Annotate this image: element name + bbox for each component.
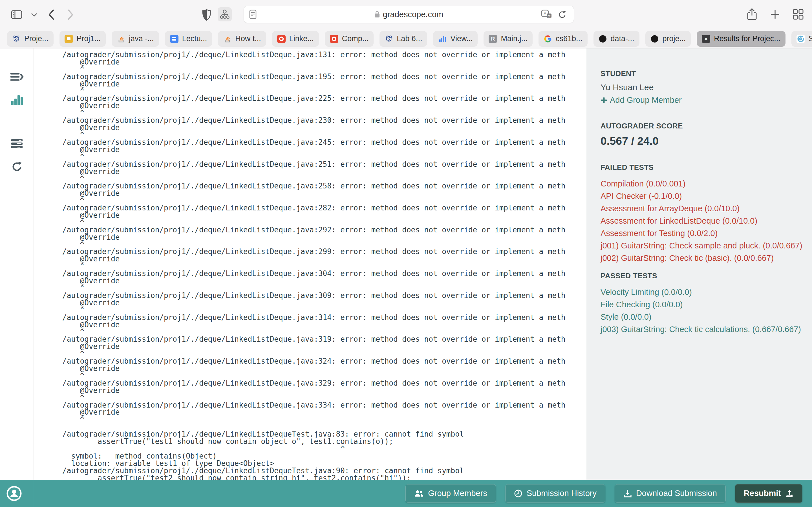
test-result-link[interactable]: API Checker (-0.1/0.0) [601,190,805,202]
test-result-link[interactable]: Style (0.0/0.0) [601,311,805,323]
user-avatar-icon[interactable] [6,486,22,501]
github-icon [651,35,659,43]
browser-tab[interactable]: cs61b... [539,31,588,47]
submission-history-button[interactable]: Submission History [505,484,605,503]
sidebar-item-results-summary[interactable] [0,95,34,107]
upload-icon [785,489,794,498]
browser-tab[interactable]: View... [433,31,477,47]
menu-expand-icon [10,72,24,83]
circle-red-icon [277,35,286,43]
test-result-link[interactable]: j001) GuitarString: Check sample and plu… [601,239,805,252]
chart-blue-icon [438,35,447,43]
sidebar-toggle-icon[interactable] [10,8,23,21]
google-icon [544,35,552,43]
tab-label: Comp... [342,34,369,43]
browser-tab[interactable]: Lectu... [165,31,212,47]
sidebar-item-submitted-files[interactable] [0,139,34,149]
share-icon[interactable] [746,7,758,21]
sidebar-item-regrade[interactable] [0,161,34,173]
tab-overview-icon[interactable] [792,7,805,21]
button-label: Group Members [428,489,487,498]
tab-label: Proje... [24,34,49,43]
gradescope-icon: × [702,35,710,43]
browser-tab[interactable]: java -... [112,31,159,47]
doc-blue-icon [170,35,179,43]
browser-tab[interactable]: Proje... [7,31,54,47]
site-settings-icon[interactable] [218,7,232,21]
test-result-link[interactable]: File Checking (0.0/0.0) [601,298,805,311]
autograder-console[interactable]: /autograder/submission/proj1/./deque/Lin… [34,48,566,480]
button-label: Submission History [527,489,597,498]
tab-label: Subm... [809,34,812,43]
address-bar[interactable]: gradescope.com A文 [244,6,574,23]
browser-tab[interactable]: Lab 6... [379,31,427,47]
svg-text:文: 文 [548,14,551,18]
screenshot-root: { "colors": { "footer_teal": "#47A09C", … [0,0,812,507]
test-result-link[interactable]: j002) GuitarString: Check tic (basic). (… [601,252,805,264]
browser-tab[interactable]: Proj1... [59,31,106,47]
tab-label: proje... [663,34,686,43]
button-label: Resubmit [744,489,781,498]
browser-tab[interactable]: Comp... [325,31,374,47]
tab-label: How t... [235,34,261,43]
tab-label: data-... [611,34,635,43]
svg-text:A: A [544,11,546,16]
chevron-down-icon[interactable] [30,11,38,18]
failed-tests-label: FAILED TESTS [601,163,804,172]
test-result-link[interactable]: Assessment for ArrayDeque (0.0/10.0) [601,202,805,215]
translate-icon[interactable]: A文 [541,10,552,20]
resubmit-button[interactable]: Resubmit [735,484,802,503]
add-group-member-link[interactable]: Add Group Member [601,96,804,105]
results-panel: STUDENT Yu Hsuan Lee Add Group Member AU… [587,48,812,480]
privacy-shield-icon[interactable] [201,8,213,21]
url-center: gradescope.com [244,6,574,23]
toolbar-divider [27,11,28,19]
download-submission-button[interactable]: Download Submission [615,484,726,503]
tab-label: Lab 6... [397,34,422,43]
active-browser-tab[interactable]: ×Results for Projec... [697,31,785,47]
tab-label: Main.j... [501,34,527,43]
tab-label: java -... [129,34,154,43]
button-label: Download Submission [636,489,717,498]
reload-icon[interactable] [557,10,567,20]
gradescope-page: /autograder/submission/proj1/./deque/Lin… [0,48,812,480]
favorites-bar: Proje...Proj1...java -...Lectu...How t..… [0,29,812,48]
tab-label: cs61b... [556,34,582,43]
add-group-member-label: Add Group Member [610,96,682,105]
browser-tab[interactable]: proje... [645,31,691,47]
group-members-button[interactable]: Group Members [405,484,496,503]
test-result-link[interactable]: Compilation (0.0/0.001) [601,177,805,190]
browser-tab[interactable]: Linke... [272,31,319,47]
bear-icon [385,35,393,43]
footer-action-bar: Group MembersSubmission HistoryDownload … [0,480,812,507]
failed-tests-list: Compilation (0.0/0.001)API Checker (-0.1… [601,176,804,264]
autograder-score-label: AUTOGRADER SCORE [601,122,804,130]
new-tab-icon[interactable] [769,7,781,21]
letter-r-icon: R [489,35,497,43]
back-icon[interactable] [46,8,57,21]
bear-icon [12,35,20,43]
download-icon [623,489,632,498]
browser-tab[interactable]: How t... [218,31,266,47]
test-result-link[interactable]: Velocity Limiting (0.0/0.0) [601,286,805,298]
toolbar-right-icons [746,7,805,21]
plus-icon [601,97,607,104]
github-icon [599,35,607,43]
test-result-link[interactable]: Assessment for Testing (0.0/2.0) [601,227,805,239]
browser-toolbar: gradescope.com A文 [0,0,812,29]
forward-icon[interactable] [65,8,76,21]
autograder-score-value: 0.567 / 24.0 [601,135,804,147]
circle-red-icon [330,35,338,43]
test-result-link[interactable]: j003) GuitarString: Check tic calculatio… [601,323,805,335]
browser-tab[interactable]: data-... [594,31,640,47]
tab-label: Proj1... [77,34,101,43]
url-text: gradescope.com [383,10,443,19]
sidebar-item-expand-menu[interactable] [0,72,34,83]
test-result-link[interactable]: Assessment for LinkedListDeque (0.0/10.0… [601,215,805,227]
autograder-output: /autograder/submission/proj1/./deque/Lin… [34,48,566,480]
passed-tests-label: PASSED TESTS [601,272,804,280]
people-icon [414,489,424,498]
browser-tab[interactable]: Subm... [792,31,812,47]
browser-tab[interactable]: RMain.j... [484,31,532,47]
student-name: Yu Hsuan Lee [601,82,804,92]
